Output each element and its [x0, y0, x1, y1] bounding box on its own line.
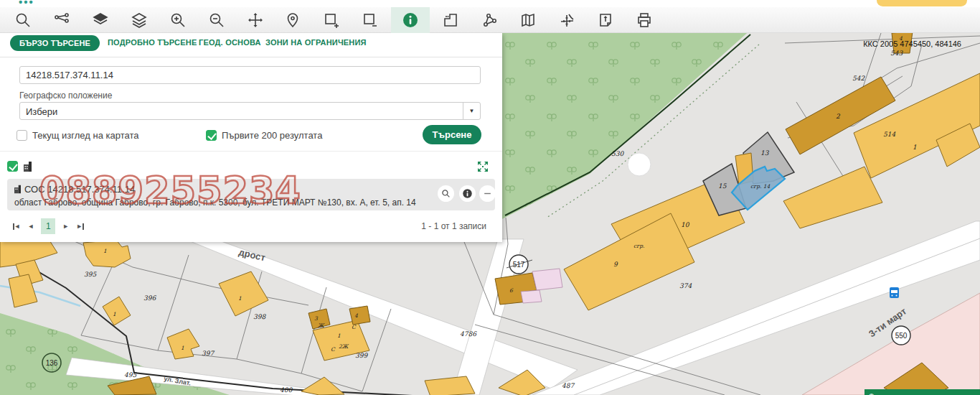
result-info-icon[interactable] [459, 185, 476, 202]
zoom-out-icon[interactable] [197, 7, 236, 33]
chevron-down-icon[interactable]: ▼ [463, 103, 480, 119]
svg-text:2Ж: 2Ж [339, 343, 349, 350]
svg-text:1: 1 [913, 144, 917, 151]
building-icon [14, 185, 21, 194]
svg-text:10: 10 [681, 221, 690, 228]
svg-text:400: 400 [280, 386, 293, 394]
map-toolbar [0, 7, 980, 33]
first200-checkbox-row[interactable]: Първите 200 резултата [206, 129, 322, 141]
search-button[interactable]: Търсене [423, 125, 481, 144]
divider [0, 151, 502, 152]
svg-text:396: 396 [143, 294, 156, 302]
svg-text:сгр. 14: сгр. 14 [750, 183, 770, 190]
current-view-checkbox[interactable] [17, 130, 27, 141]
tab-quick-search[interactable]: БЪРЗО ТЪРСЕНЕ [10, 35, 100, 51]
add-selection-icon[interactable] [312, 7, 351, 33]
svg-text:136: 136 [46, 359, 58, 367]
select-all-checkbox[interactable] [7, 161, 18, 172]
svg-text:1: 1 [113, 311, 116, 317]
remove-selection-icon[interactable] [351, 7, 390, 33]
measure-length-icon[interactable] [431, 7, 470, 33]
tab-bar: БЪРЗО ТЪРСЕНЕ ПОДРОБНО ТЪРСЕНЕ ГЕОД. ОСН… [0, 33, 502, 57]
tab-detailed-search[interactable]: ПОДРОБНО ТЪРСЕНЕ [108, 38, 197, 47]
svg-text:395: 395 [84, 271, 97, 278]
first200-label: Първите 200 резултата [222, 130, 322, 141]
building-icon [24, 162, 32, 172]
svg-text:543: 543 [890, 50, 903, 57]
svg-text:530: 530 [611, 150, 624, 157]
coordinate-system-icon[interactable] [547, 7, 586, 33]
map-attribution: © ... [864, 389, 980, 395]
roundabout [628, 153, 651, 176]
svg-text:398: 398 [253, 313, 266, 320]
top-strip: ••• [0, 0, 980, 7]
prev-page-icon[interactable]: ◄ [27, 223, 34, 230]
geo-select-value: Избери [26, 106, 57, 117]
svg-text:399: 399 [355, 352, 368, 359]
svg-text:1: 1 [103, 248, 107, 254]
search-icon[interactable] [4, 7, 42, 33]
last-page-icon[interactable]: ► [76, 223, 83, 230]
svg-text:542: 542 [852, 75, 865, 82]
bus-stop-icon [890, 287, 899, 298]
top-right-button[interactable] [877, 0, 967, 6]
location-pin-icon[interactable] [273, 7, 312, 33]
svg-text:397: 397 [202, 350, 215, 357]
pan-icon[interactable] [236, 7, 275, 33]
svg-text:13: 13 [760, 149, 770, 157]
tab-geodetic-base[interactable]: ГЕОД. ОСНОВА [199, 38, 261, 47]
geo-position-select[interactable]: Избери ▼ [19, 102, 481, 120]
svg-text:1: 1 [337, 333, 341, 339]
svg-text:517: 517 [513, 261, 525, 269]
measure-area-icon[interactable] [470, 7, 509, 33]
zoom-to-extent-icon[interactable] [477, 161, 489, 172]
svg-text:487: 487 [562, 382, 575, 389]
geo-position-label: Географско положение [19, 90, 112, 101]
remove-result-icon[interactable] [479, 185, 496, 202]
zoom-in-icon[interactable] [159, 7, 197, 33]
svg-text:374: 374 [679, 282, 692, 289]
svg-text:4: 4 [354, 312, 358, 319]
export-file-icon[interactable] [586, 7, 625, 33]
svg-text:15: 15 [718, 182, 727, 190]
select-route-icon[interactable] [42, 7, 81, 33]
map-sheets-icon[interactable] [509, 7, 547, 33]
svg-text:495: 495 [124, 371, 137, 378]
print-icon[interactable] [625, 7, 664, 33]
first200-checkbox[interactable] [206, 130, 217, 141]
current-page[interactable]: 1 [41, 218, 55, 234]
menu-dots-icon[interactable]: ••• [19, 0, 34, 8]
phone-watermark: 0889255234 [39, 169, 301, 212]
search-input[interactable] [19, 66, 481, 84]
current-view-label: Текущ изглед на картата [32, 130, 138, 141]
map-coordinates-label: ККС 2005 4745450, 484146 [863, 40, 961, 48]
info-icon[interactable] [391, 7, 430, 33]
svg-text:550: 550 [895, 332, 908, 340]
current-view-checkbox-row[interactable]: Текущ изглед на картата [17, 129, 138, 141]
svg-text:514: 514 [883, 131, 895, 138]
pagination: ◄ ◄ 1 ► ► [13, 218, 84, 234]
svg-text:сгр.: сгр. [633, 243, 644, 249]
tab-restriction-zones[interactable]: ЗОНИ НА ОГРАНИЧЕНИЯ [265, 38, 367, 47]
zoom-to-result-icon[interactable] [438, 185, 454, 202]
next-page-icon[interactable]: ► [62, 223, 69, 230]
first-page-icon[interactable]: ◄ [13, 223, 20, 230]
svg-text:1: 1 [238, 295, 242, 302]
layer-stack-icon[interactable] [120, 7, 159, 33]
svg-text:4786: 4786 [460, 330, 477, 338]
svg-text:1: 1 [181, 345, 184, 351]
pagination-summary: 1 - 1 от 1 записи [421, 221, 486, 231]
select-all-row [7, 161, 32, 172]
layers-icon[interactable] [81, 7, 120, 33]
